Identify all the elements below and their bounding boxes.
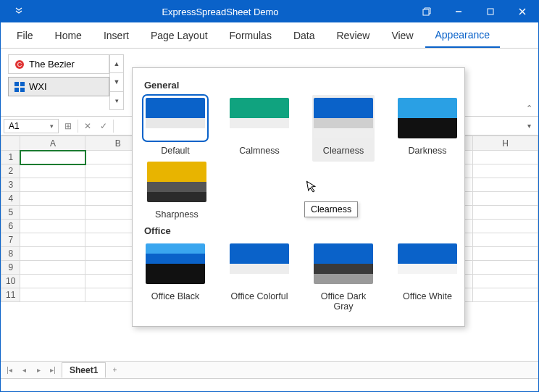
spin-dropdown-icon[interactable]: ▾	[110, 92, 123, 109]
theme-clearness[interactable]: Clearness	[312, 95, 375, 162]
tab-nav-first-icon[interactable]: |◂	[4, 366, 15, 374]
theme-default[interactable]: Default	[144, 98, 206, 156]
chevron-down-icon[interactable]: ▾	[50, 122, 54, 130]
minimize-button[interactable]	[443, 1, 475, 22]
row-header[interactable]: 4	[1, 192, 20, 206]
name-box-value: A1	[9, 121, 20, 131]
tab-review[interactable]: Review	[327, 24, 380, 47]
select-all-corner[interactable]	[1, 136, 20, 151]
row-header[interactable]: 8	[1, 247, 20, 261]
theme-label: Office White	[396, 291, 459, 301]
theme-label: Calmness	[228, 146, 291, 156]
close-button[interactable]	[506, 1, 538, 22]
svg-rect-7	[14, 82, 19, 86]
theme-item-wxi[interactable]: WXI	[8, 77, 109, 96]
theme-sharpness[interactable]: Sharpness	[144, 162, 209, 220]
sheet-tab[interactable]: Sheet1	[62, 362, 106, 378]
tab-appearance[interactable]: Appearance	[425, 23, 501, 48]
divider	[78, 120, 78, 133]
quick-access-dropdown-icon[interactable]	[8, 7, 30, 16]
theme-label: Clearness	[312, 146, 375, 156]
window-controls	[411, 1, 538, 22]
theme-darkness[interactable]: Darkness	[396, 98, 459, 156]
svg-rect-2	[488, 9, 493, 14]
wxi-icon	[14, 82, 25, 92]
tab-nav-next-icon[interactable]: ▸	[33, 366, 44, 374]
svg-rect-0	[423, 9, 429, 15]
theme-item-label: The Bezier	[29, 59, 75, 70]
theme-item-label: WXI	[29, 81, 47, 92]
expand-formula-icon[interactable]: ▾	[522, 122, 535, 130]
statusbar	[1, 378, 538, 391]
col-header[interactable]: H	[473, 136, 538, 151]
svg-rect-10	[20, 88, 25, 92]
theme-label: Darkness	[396, 146, 459, 156]
tab-formulas[interactable]: Formulas	[220, 24, 282, 47]
titlebar-title: ExpressSpreadSheet Demo	[30, 7, 411, 17]
svg-rect-8	[20, 82, 25, 86]
theme-selector: C The Bezier WXI	[8, 54, 109, 110]
cancel-icon[interactable]: ✕	[81, 121, 94, 131]
theme-office-dark-gray[interactable]: Office Dark Gray	[312, 243, 375, 312]
theme-label: Office Black	[144, 291, 206, 301]
row-header[interactable]: 2	[1, 164, 20, 178]
tab-view[interactable]: View	[381, 24, 423, 47]
theme-calmness[interactable]: Calmness	[228, 98, 291, 156]
tab-home[interactable]: Home	[45, 24, 92, 47]
cell[interactable]	[20, 151, 85, 164]
bezier-icon: C	[14, 59, 25, 70]
titlebar: ExpressSpreadSheet Demo	[1, 1, 538, 22]
theme-office-white[interactable]: Office White	[396, 243, 459, 312]
spin-up-icon[interactable]: ▲	[110, 55, 123, 73]
theme-label: Sharpness	[144, 209, 209, 220]
svg-text:C: C	[17, 61, 22, 68]
row-header[interactable]: 7	[1, 233, 20, 247]
theme-label: Office Colorful	[228, 291, 291, 301]
restore-button[interactable]	[411, 1, 443, 22]
add-sheet-icon[interactable]: +	[109, 366, 120, 374]
spin-down-icon[interactable]: ▼	[110, 73, 123, 91]
grid-icon[interactable]: ⊞	[62, 121, 75, 131]
col-header[interactable]: A	[20, 136, 85, 151]
row-header[interactable]: 11	[1, 288, 20, 302]
name-box[interactable]: A1 ▾	[4, 119, 59, 133]
theme-office-black[interactable]: Office Black	[144, 243, 206, 312]
row-header[interactable]: 6	[1, 220, 20, 233]
ribbon-tabs: File Home Insert Page Layout Formulas Da…	[1, 22, 538, 49]
theme-office-colorful[interactable]: Office Colorful	[228, 243, 291, 312]
tab-insert[interactable]: Insert	[93, 24, 139, 47]
row-header[interactable]: 1	[1, 151, 20, 164]
tab-data[interactable]: Data	[283, 24, 325, 47]
svg-rect-9	[14, 88, 19, 92]
tab-nav-prev-icon[interactable]: ◂	[18, 366, 30, 374]
tooltip: Clearness	[304, 201, 358, 217]
theme-selector-spin: ▲ ▼ ▾	[109, 54, 124, 110]
row-header[interactable]: 10	[1, 275, 20, 288]
theme-gallery-popup: General Default Calmness Clearness Darkn…	[132, 67, 465, 327]
confirm-icon[interactable]: ✓	[97, 121, 110, 131]
row-header[interactable]: 3	[1, 178, 20, 192]
row-header[interactable]: 5	[1, 206, 20, 220]
theme-label: Default	[144, 146, 206, 156]
gallery-section-title: Office	[144, 225, 459, 236]
gallery-section-title: General	[144, 80, 459, 91]
tab-nav-last-icon[interactable]: ▸|	[47, 366, 59, 374]
maximize-button[interactable]	[475, 1, 506, 22]
theme-label: Office Dark Gray	[312, 291, 375, 312]
sheet-tab-bar: |◂ ◂ ▸ ▸| Sheet1 +	[1, 361, 538, 378]
divider	[113, 120, 114, 133]
row-header[interactable]: 9	[1, 261, 20, 275]
collapse-ribbon-icon[interactable]: ⌃	[526, 104, 532, 113]
tab-page-layout[interactable]: Page Layout	[141, 24, 218, 47]
theme-item-bezier[interactable]: C The Bezier	[8, 54, 109, 74]
tab-file[interactable]: File	[7, 24, 43, 47]
